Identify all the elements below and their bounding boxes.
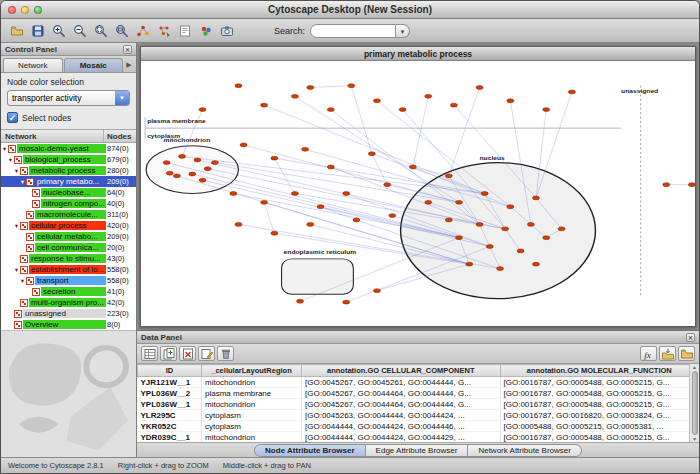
graph-node[interactable] xyxy=(486,245,493,249)
tree-row[interactable]: ▼metabolic process280(0) xyxy=(1,165,136,176)
attribute-delete-icon[interactable] xyxy=(179,346,196,361)
network-view-title[interactable]: primary metabolic process xyxy=(141,47,695,61)
graph-node[interactable] xyxy=(532,196,539,200)
graph-node[interactable] xyxy=(204,167,211,171)
tree-row[interactable]: response to stimu...43(0) xyxy=(1,253,136,264)
graph-node[interactable] xyxy=(302,147,309,151)
minimize-button[interactable] xyxy=(21,6,29,14)
tab-network-attribute-browser[interactable]: Network Attribute Browser xyxy=(468,444,581,457)
graph-node[interactable] xyxy=(517,249,524,253)
scroll-up-icon[interactable]: ▲ xyxy=(692,364,697,370)
graph-node[interactable] xyxy=(291,192,298,196)
graph-node[interactable] xyxy=(373,99,380,103)
tab-mosaic[interactable]: Mosaic xyxy=(64,58,124,72)
scroll-down-icon[interactable]: ▼ xyxy=(692,436,697,442)
tree-row[interactable]: unassigned223(0) xyxy=(1,308,136,319)
expander-icon[interactable]: ▼ xyxy=(7,157,14,163)
tree-row[interactable]: ▼transport558(0) xyxy=(1,275,136,286)
graph-node[interactable] xyxy=(307,86,314,90)
expander-icon[interactable]: ▼ xyxy=(13,223,20,229)
expander-icon[interactable]: ▼ xyxy=(13,168,20,174)
graph-node[interactable] xyxy=(409,165,416,169)
select-first-neighbors-icon[interactable] xyxy=(133,21,152,40)
tree-row[interactable]: ▼primary metabo...209(0) xyxy=(1,176,136,187)
graph-node[interactable] xyxy=(384,183,391,187)
tree-row[interactable]: Overview8(0) xyxy=(1,319,136,330)
data-panel-titlebar[interactable]: Data Panel ✕ xyxy=(137,331,699,344)
graph-node[interactable] xyxy=(271,156,278,160)
graph-node[interactable] xyxy=(558,227,565,231)
fx-icon[interactable]: fx xyxy=(640,346,657,361)
graph-node[interactable] xyxy=(389,214,396,218)
graph-node[interactable] xyxy=(173,174,180,178)
graph-node[interactable] xyxy=(532,262,539,266)
open-folder-icon[interactable] xyxy=(678,346,695,361)
table-column-header[interactable]: _cellularLayoutRegion xyxy=(202,365,302,377)
graph-node[interactable] xyxy=(425,200,432,204)
graph-node[interactable] xyxy=(445,218,452,222)
graph-node[interactable] xyxy=(194,158,201,162)
tree-row[interactable]: cellular metabo...209(0) xyxy=(1,231,136,242)
graph-node[interactable] xyxy=(399,108,406,112)
vizmapper-icon[interactable] xyxy=(196,21,215,40)
tree-row[interactable]: ▼mosaic-demo-yeast874(0) xyxy=(1,143,136,154)
graph-node[interactable] xyxy=(445,174,452,178)
expander-icon[interactable]: ▼ xyxy=(1,146,8,152)
graph-node[interactable] xyxy=(291,94,298,98)
graph-node[interactable] xyxy=(235,222,242,226)
tree-row[interactable]: nucleobase...64(0) xyxy=(1,187,136,198)
graph-node[interactable] xyxy=(211,161,218,165)
graph-node[interactable] xyxy=(307,222,314,226)
expander-icon[interactable]: ▼ xyxy=(19,278,26,284)
node-color-select[interactable]: transporter activity ▼ xyxy=(7,90,130,106)
tabs-scroll-right-icon[interactable]: ▶ xyxy=(124,61,134,72)
save-session-icon[interactable] xyxy=(28,21,47,40)
network-canvas[interactable]: plasma membranecytoplasmmitochondrionnuc… xyxy=(141,61,695,326)
graph-node[interactable] xyxy=(373,289,380,293)
graph-node[interactable] xyxy=(235,84,242,88)
tab-network[interactable]: Network xyxy=(3,58,63,72)
graph-node[interactable] xyxy=(261,103,268,107)
graph-node[interactable] xyxy=(663,183,670,187)
mitochondrion-region[interactable] xyxy=(146,146,238,194)
attribute-select-icon[interactable] xyxy=(141,346,158,361)
graph-node[interactable] xyxy=(189,172,196,176)
control-panel-titlebar[interactable]: Control Panel ✕ xyxy=(1,43,136,56)
tree-col-network[interactable]: Network xyxy=(1,130,104,142)
table-column-header[interactable]: annotation.GO CELLULAR_COMPONENT xyxy=(302,365,501,377)
graph-node[interactable] xyxy=(543,108,550,112)
graph-node[interactable] xyxy=(327,108,334,112)
tree-row[interactable]: ▼cellular process420(0) xyxy=(1,220,136,231)
graph-node[interactable] xyxy=(230,192,237,196)
new-network-from-selection-icon[interactable] xyxy=(154,21,173,40)
maximize-button[interactable] xyxy=(34,6,42,14)
tree-row[interactable]: multi-organism pro...42(0) xyxy=(1,297,136,308)
zoom-out-icon[interactable] xyxy=(70,21,89,40)
graph-node[interactable] xyxy=(425,94,432,98)
graph-node[interactable] xyxy=(317,205,324,209)
graph-node[interactable] xyxy=(348,84,355,88)
tree-row[interactable]: ▼establishment of lo...558(0) xyxy=(1,264,136,275)
tab-edge-attribute-browser[interactable]: Edge Attribute Browser xyxy=(366,444,469,457)
snapshot-icon[interactable] xyxy=(217,21,236,40)
search-dropdown-icon[interactable]: ▾ xyxy=(396,24,410,38)
graph-node[interactable] xyxy=(450,103,457,107)
zoom-selected-icon[interactable] xyxy=(91,21,110,40)
graph-node[interactable] xyxy=(497,267,504,271)
attribute-edit-icon[interactable] xyxy=(198,346,215,361)
graph-node[interactable] xyxy=(568,90,575,94)
graph-node[interactable] xyxy=(179,154,186,158)
control-panel-close-icon[interactable]: ✕ xyxy=(123,45,132,54)
graph-node[interactable] xyxy=(353,218,360,222)
expander-icon[interactable]: ▼ xyxy=(13,267,20,273)
tree-row[interactable]: macromolecule...311(0) xyxy=(1,209,136,220)
annotation-icon[interactable] xyxy=(175,21,194,40)
zoom-in-icon[interactable] xyxy=(49,21,68,40)
graph-node[interactable] xyxy=(456,200,463,204)
graph-node[interactable] xyxy=(163,161,170,165)
table-row[interactable]: YPL036W__2plasma membrane[GO:0045267, GO… xyxy=(138,388,699,399)
table-column-header[interactable]: ID xyxy=(138,365,202,377)
scrollbar-thumb[interactable] xyxy=(692,371,698,435)
open-session-icon[interactable] xyxy=(7,21,26,40)
tree-row[interactable]: ▼biological_process679(0) xyxy=(1,154,136,165)
